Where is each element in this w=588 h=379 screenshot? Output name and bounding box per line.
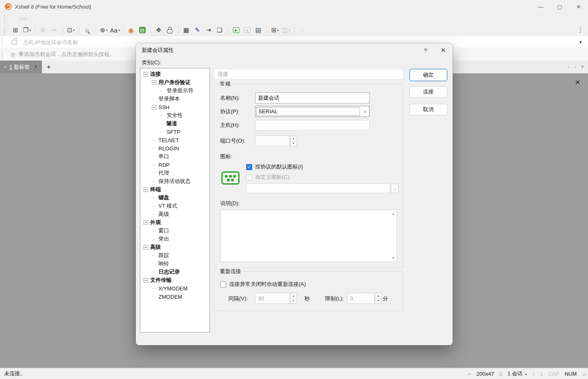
- tree-item[interactable]: 跟踪: [140, 251, 209, 260]
- tile-windows-icon[interactable]: ◫▾: [281, 25, 291, 35]
- duplicate-tab-icon[interactable]: ⊡▾: [66, 25, 76, 35]
- tree-item[interactable]: 外观: [140, 218, 209, 227]
- menu-tabs[interactable]: [46, 17, 54, 20]
- dialog-help-button[interactable]: ?: [421, 46, 430, 55]
- reconnect-icon[interactable]: ∾: [49, 25, 60, 35]
- new-session-icon[interactable]: ⊞: [11, 25, 21, 35]
- xftp-icon[interactable]: ▤: [137, 25, 148, 35]
- tree-item[interactable]: 日志记录: [140, 268, 209, 276]
- view-log-icon[interactable]: ▤: [253, 25, 264, 35]
- browse-button[interactable]: ...: [391, 184, 399, 193]
- tree-item[interactable]: 高级: [140, 243, 209, 251]
- tree-item[interactable]: 串口: [140, 152, 209, 161]
- compose-icon[interactable]: ✎: [193, 25, 203, 35]
- ok-button[interactable]: 确定: [409, 69, 447, 81]
- start-logging-icon[interactable]: ▶: [231, 25, 242, 35]
- terminal-close-icon[interactable]: ✕: [575, 78, 581, 87]
- auto-reconnect-checkbox[interactable]: 连接异常关闭时自动重新连接(A): [220, 281, 306, 288]
- tree-item[interactable]: X/YMODEM: [140, 284, 209, 292]
- session-tab[interactable]: ● 1 新标签 ✕: [0, 61, 42, 73]
- dialog-close-button[interactable]: ✕: [438, 46, 449, 55]
- font-icon[interactable]: Aa▾: [110, 25, 120, 35]
- spinner-up-icon[interactable]: [291, 293, 297, 299]
- spinner-up-icon[interactable]: [291, 136, 297, 141]
- tree-item[interactable]: 突出: [140, 235, 209, 243]
- toolbar-overflow-icon[interactable]: ⋮: [577, 26, 584, 34]
- tree-item[interactable]: RDP: [140, 161, 209, 169]
- tab-scroll-right-icon[interactable]: ›: [574, 64, 576, 70]
- cancel-button[interactable]: 取消: [409, 104, 447, 115]
- tab-scroll-left-icon[interactable]: ‹: [567, 64, 569, 70]
- new-tab-button[interactable]: +: [42, 63, 56, 71]
- connect-button[interactable]: 连接: [409, 86, 447, 98]
- tree-item[interactable]: 登录提示符: [140, 87, 209, 95]
- find-icon[interactable]: ○: [82, 25, 93, 35]
- dropdown-caret-icon: ▾: [73, 28, 75, 32]
- custom-icon-checkbox[interactable]: 自定义图标(C):: [246, 173, 291, 181]
- tree-item[interactable]: 响铃: [140, 260, 209, 268]
- virtual-keyboard-icon[interactable]: ▦: [181, 25, 192, 35]
- tree-item[interactable]: RLOGIN: [140, 144, 209, 152]
- combo-chevron-icon[interactable]: ˅: [361, 106, 369, 117]
- tree-item[interactable]: 终端: [140, 185, 209, 194]
- tree-item[interactable]: SFTP: [140, 128, 209, 136]
- tree-item[interactable]: TELNET: [140, 136, 209, 144]
- maximize-button[interactable]: ▢: [550, 0, 569, 13]
- tree-expander-icon: [152, 253, 156, 258]
- tab-close-icon[interactable]: ✕: [34, 64, 37, 70]
- toolbar-gripper: [2, 38, 4, 46]
- menu-tools[interactable]: [37, 17, 45, 20]
- session-name-input[interactable]: [255, 92, 370, 103]
- fullscreen-icon[interactable]: ✥: [154, 25, 164, 35]
- spinner-up-icon[interactable]: [375, 293, 381, 299]
- scrollbar-up-icon[interactable]: ▲: [391, 212, 395, 216]
- tree-item[interactable]: 登录脚本: [140, 95, 209, 103]
- encoding-globe-icon[interactable]: ⊕▾: [99, 25, 109, 35]
- menu-edit[interactable]: [19, 17, 27, 20]
- tree-item[interactable]: ZMODEM: [140, 292, 209, 301]
- scroll-up-icon[interactable]: ↑: [532, 371, 535, 377]
- new-window-icon[interactable]: ⊞▾: [270, 25, 280, 35]
- tree-item[interactable]: 窗口: [140, 227, 209, 235]
- tab-list-icon[interactable]: ˅: [581, 64, 584, 70]
- tree-item[interactable]: 代理: [140, 169, 209, 177]
- close-button[interactable]: ✕: [569, 0, 588, 13]
- menu-window[interactable]: [55, 17, 63, 20]
- menu-view[interactable]: [28, 17, 36, 20]
- paper-icon[interactable]: ❏: [215, 25, 225, 35]
- tree-item[interactable]: 隧道: [140, 119, 209, 128]
- feedback-icon[interactable]: ◌: [297, 25, 308, 35]
- xshell-icon[interactable]: ◉: [126, 25, 137, 35]
- minimize-button[interactable]: —: [531, 0, 550, 13]
- disconnect-icon[interactable]: ⊘: [38, 25, 49, 35]
- send-text-icon[interactable]: ⇥: [204, 25, 214, 35]
- description-textarea[interactable]: ▲ ▼: [220, 210, 397, 262]
- tree-item[interactable]: 连接: [140, 70, 209, 78]
- protocol-select[interactable]: SERIAL ˅: [255, 106, 370, 117]
- session-list-caret-icon[interactable]: ▴: [525, 372, 527, 376]
- tree-item[interactable]: 键盘: [140, 194, 209, 202]
- tree-item[interactable]: 高级: [140, 210, 209, 218]
- tree-item[interactable]: 安全性: [140, 111, 209, 119]
- tree-item[interactable]: SSH: [140, 103, 209, 111]
- general-group-legend: 常规: [218, 80, 232, 88]
- tree-item[interactable]: 用户身份验证: [140, 78, 209, 87]
- spinner-down-icon[interactable]: [291, 299, 297, 304]
- menu-file[interactable]: [10, 17, 18, 20]
- open-session-icon[interactable]: ❐▾: [22, 25, 32, 35]
- session-count[interactable]: 1 会话: [507, 370, 523, 377]
- scrollbar-down-icon[interactable]: ▼: [391, 256, 395, 260]
- tree-item[interactable]: VT 模式: [140, 202, 209, 210]
- resize-grip[interactable]: ◢: [582, 371, 586, 377]
- menu-help[interactable]: [64, 17, 72, 20]
- default-icon-checkbox[interactable]: 按协议的默认图标(I): [246, 163, 303, 171]
- stop-logging-icon[interactable]: ■: [242, 25, 253, 35]
- spinner-down-icon[interactable]: [375, 299, 381, 304]
- lock-screen-icon[interactable]: [165, 25, 175, 35]
- spinner-down-icon[interactable]: [291, 141, 297, 146]
- toolbar-icon-glyph: ■: [244, 27, 251, 33]
- scroll-down-icon[interactable]: ↓: [540, 371, 543, 377]
- address-dropdown-icon[interactable]: ▼: [573, 40, 588, 44]
- tree-item[interactable]: 文件传输: [140, 276, 209, 284]
- tree-item[interactable]: 保持活动状态: [140, 177, 209, 185]
